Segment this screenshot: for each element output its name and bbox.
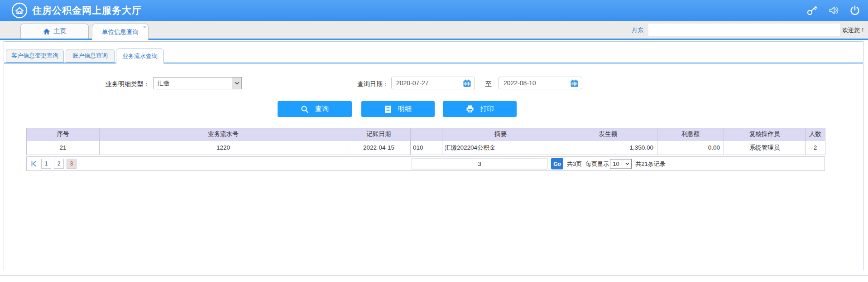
page-button-1[interactable]: 1 [41, 159, 51, 169]
per-page-label: 每页显示 [585, 160, 609, 168]
page-button-3-current[interactable]: 3 [67, 159, 77, 169]
type-select-value: 汇缴 [154, 79, 232, 88]
document-icon [384, 105, 392, 113]
key-icon[interactable] [806, 5, 818, 16]
chevron-down-icon [232, 78, 241, 89]
tab-home-label: 主页 [54, 27, 67, 35]
col-summary: 摘要 [442, 128, 559, 141]
sound-icon[interactable] [828, 5, 839, 16]
results-table: 序号 业务流水号 记账日期 摘要 发生额 利息额 复核操作员 人数 21 122… [26, 128, 825, 155]
search-button-label: 查询 [315, 105, 329, 113]
date-from-value: 2020-07-27 [392, 79, 463, 87]
print-button[interactable]: 打印 [443, 101, 517, 117]
col-amount: 发生额 [559, 128, 657, 141]
business-detail-type-label: 业务明细类型： [58, 80, 150, 88]
cell-amount: 1,350.00 [559, 141, 657, 155]
go-button[interactable]: Go [551, 158, 563, 170]
location-label: 丹东 [632, 26, 643, 34]
chevron-down-icon [625, 162, 629, 165]
content-panel: 客户信息变更查询 账户信息查询 业务流水查询 业务明细类型： 汇缴 查询日期： … [4, 41, 863, 270]
col-headcount: 人数 [806, 128, 825, 141]
subtab-label: 业务流水查询 [122, 52, 158, 60]
pagination-bar: 1 2 3 Go 共3页 每页显示 10 共21条记录 [26, 156, 825, 171]
first-page-button[interactable] [29, 159, 38, 169]
subtab-label: 账户信息查询 [72, 52, 108, 60]
cell-seq: 21 [27, 141, 100, 155]
subtab-business-flow-query[interactable]: 业务流水查询 [116, 49, 164, 63]
date-to-input[interactable]: 2022-08-10 [499, 77, 582, 89]
query-date-label: 查询日期： [294, 80, 389, 88]
detail-button-label: 明细 [398, 105, 412, 113]
subtab-customer-info-change-query[interactable]: 客户信息变更查询 [6, 49, 64, 63]
detail-button[interactable]: 明细 [361, 101, 435, 117]
total-pages-label: 共3页 [567, 160, 582, 168]
page-jump-input[interactable] [412, 158, 547, 170]
main-tab-bar: 主页 单位信息查询 × 丹东 欢迎您！ [0, 21, 868, 40]
date-from-input[interactable]: 2020-07-27 [391, 77, 475, 89]
bottom-divider [0, 275, 868, 276]
app-header: 住房公积金网上服务大厅 [0, 0, 868, 21]
close-icon[interactable]: × [143, 24, 146, 30]
welcome-label: 欢迎您！ [842, 26, 866, 34]
per-page-value: 10 [610, 160, 625, 167]
cell-code: 010 [411, 141, 442, 155]
col-code [411, 128, 442, 141]
tab-unit-info-label: 单位信息查询 [102, 28, 139, 36]
tab-unit-info-query[interactable]: 单位信息查询 × [92, 24, 149, 40]
cell-post-date: 2022-04-15 [347, 141, 411, 155]
subtab-bar: 客户信息变更查询 账户信息查询 业务流水查询 [4, 48, 863, 63]
table-header-row: 序号 业务流水号 记账日期 摘要 发生额 利息额 复核操作员 人数 [27, 128, 825, 141]
screen: 住房公积金网上服务大厅 主页 单 [0, 0, 868, 282]
col-flow-no: 业务流水号 [100, 128, 347, 141]
calendar-icon[interactable] [571, 79, 578, 87]
search-icon [301, 105, 309, 113]
total-records-label: 共21条记录 [635, 160, 665, 168]
date-to-value: 2022-08-10 [499, 79, 571, 87]
app-title: 住房公积金网上服务大厅 [32, 4, 142, 17]
col-operator: 复核操作员 [724, 128, 806, 141]
date-range-separator: 至 [483, 80, 494, 88]
cell-interest: 0.00 [657, 141, 724, 155]
col-post-date: 记账日期 [347, 128, 411, 141]
table-row[interactable]: 21 1220 2022-04-15 010 汇缴202204公积金 1,350… [27, 141, 825, 155]
search-button[interactable]: 查询 [278, 101, 352, 117]
printer-icon [466, 105, 474, 113]
app-logo-icon [11, 2, 28, 19]
tab-home[interactable]: 主页 [20, 24, 89, 39]
col-interest: 利息额 [657, 128, 724, 141]
nav-text-input[interactable] [648, 24, 840, 36]
home-icon [43, 28, 50, 35]
print-button-label: 打印 [480, 105, 494, 113]
subtab-account-info-query[interactable]: 账户信息查询 [66, 49, 115, 63]
first-page-icon [30, 160, 38, 167]
power-icon[interactable] [849, 5, 861, 16]
per-page-select[interactable]: 10 [610, 159, 632, 169]
subtab-label: 客户信息变更查询 [11, 52, 58, 60]
business-detail-type-select[interactable]: 汇缴 [153, 77, 242, 89]
cell-headcount: 2 [806, 141, 825, 155]
cell-flow-no: 1220 [100, 141, 347, 155]
col-seq: 序号 [27, 128, 100, 141]
cell-summary: 汇缴202204公积金 [442, 141, 559, 155]
calendar-icon[interactable] [463, 79, 471, 87]
cell-operator: 系统管理员 [724, 141, 806, 155]
page-button-2[interactable]: 2 [54, 159, 64, 169]
